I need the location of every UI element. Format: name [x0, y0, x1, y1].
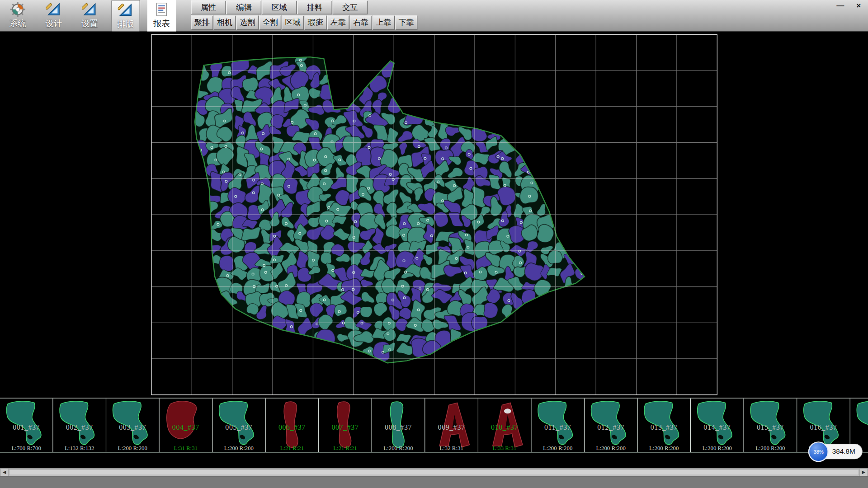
piece-thumbnail[interactable]: 004_#37L:31 R:31: [160, 399, 213, 452]
piece-name: 001_#37: [0, 423, 52, 432]
piece-size-label: L:200 R:200: [585, 445, 637, 450]
piece-name: 014_#37: [691, 423, 743, 432]
piece-size-label: L:132 R:132: [53, 445, 106, 450]
app-toolbar: 系统设计设置排版报表: [3, 0, 176, 32]
menu-select-cut-button[interactable]: 选割: [236, 15, 259, 30]
window-controls: — ×: [835, 1, 863, 10]
menu-region-button[interactable]: 区域: [262, 0, 297, 14]
piece-name: 011_#37: [532, 423, 584, 432]
minimize-button[interactable]: —: [835, 1, 845, 10]
piece-name: 003_#37: [106, 423, 159, 432]
gear-icon: [10, 1, 25, 18]
menu-edit-button[interactable]: 编辑: [226, 0, 261, 14]
piece-size-label: L:21 R:21: [266, 445, 318, 450]
piece-thumbnail[interactable]: 015_#37L:200 R:200: [744, 399, 797, 452]
progress-indicator: 38%: [808, 441, 829, 462]
piece-name: 008_#37: [372, 423, 425, 432]
app-tab-layout[interactable]: 排版: [111, 0, 140, 32]
menu-camera-button[interactable]: 相机: [214, 15, 236, 30]
memory-value: 384.8M: [832, 448, 855, 455]
close-button[interactable]: ×: [854, 1, 863, 10]
piece-thumbnail[interactable]: 006_#37L:21 R:21: [266, 399, 319, 452]
piece-name: 006_#37: [266, 423, 318, 432]
piece-size-label: L:200 R:200: [638, 445, 690, 450]
piece-name: 009_#37: [425, 423, 477, 432]
piece-name: 005_#37: [212, 423, 265, 432]
piece-name: 012_#37: [585, 423, 637, 432]
app-tab-settings[interactable]: 设置: [75, 0, 104, 32]
piece-size-label: L:200 R:200: [744, 445, 797, 450]
piece-size-label: L:700 R:700: [0, 445, 52, 450]
app-tab-label: 排版: [118, 19, 134, 29]
app-tab-report[interactable]: 报表: [147, 0, 176, 32]
menu-align-top-button[interactable]: 上靠: [373, 15, 395, 30]
scrollbar-thumb[interactable]: [9, 469, 859, 475]
scroll-right-button[interactable]: ▶: [859, 469, 868, 476]
piece-size-label: L:32 R:31: [425, 445, 477, 450]
menu-row-primary: 属性编辑区域排料交互: [191, 0, 418, 14]
set-square-icon: [46, 1, 61, 18]
piece-thumbnail[interactable]: 008_#37L:200 R:200: [372, 399, 425, 452]
piece-size-label: L:200 R:200: [212, 445, 265, 450]
app-tab-label: 系统: [9, 18, 26, 28]
menu-align-bottom-button[interactable]: 下靠: [395, 15, 417, 30]
piece-size-label: L:200 R:200: [372, 445, 425, 450]
menu-align-right-button[interactable]: 右靠: [350, 15, 372, 30]
menu-bars: 属性编辑区域排料交互 聚排相机选割全割区域瑕疵左靠右靠上靠下靠: [191, 0, 418, 30]
piece-name: 007_#37: [319, 423, 371, 432]
menu-cut-all-button[interactable]: 全割: [259, 15, 281, 30]
piece-thumbnail[interactable]: 009_#37L:32 R:31: [425, 399, 478, 452]
piece-name: 004_#37: [160, 423, 212, 432]
app-tab-design[interactable]: 设计: [39, 0, 68, 32]
set-square-icon: [118, 2, 133, 19]
piece-thumbnail[interactable]: 003_#37L:200 R:200: [106, 399, 160, 452]
report-icon: [154, 1, 169, 18]
piece-name: 010_#37: [478, 423, 531, 432]
piece-name: 015_#37: [744, 423, 797, 432]
set-square-icon: [82, 1, 97, 18]
piece-thumbnail[interactable]: 010_#37L:33 R:31: [478, 399, 532, 452]
menu-region-button[interactable]: 区域: [282, 15, 304, 30]
app-tab-label: 报表: [153, 18, 170, 28]
app-tab-label: 设置: [81, 18, 98, 28]
menu-align-left-button[interactable]: 左靠: [327, 15, 349, 30]
piece-thumbnail[interactable]: 007_#37L:21 R:21: [319, 399, 372, 452]
piece-size-label: L:21 R:21: [319, 445, 371, 450]
piece-thumbnail[interactable]: 014_#37L:200 R:200: [691, 399, 744, 452]
menu-properties-button[interactable]: 属性: [191, 0, 226, 14]
piece-size-label: L:200 R:200: [532, 445, 584, 450]
piece-thumbnail[interactable]: 013_#37L:200 R:200: [638, 399, 691, 452]
piece-name: 013_#37: [638, 423, 690, 432]
piece-name: 016_#37: [797, 423, 849, 432]
nesting-canvas-svg: [0, 32, 868, 398]
menu-defect-button[interactable]: 瑕疵: [304, 15, 326, 30]
titlebar: 系统设计设置排版报表 属性编辑区域排料交互 聚排相机选割全割区域瑕疵左靠右靠上靠…: [0, 0, 868, 32]
piece-thumbnail[interactable]: 012_#37L:200 R:200: [585, 399, 638, 452]
app-tab-label: 设计: [45, 18, 62, 28]
menu-nesting-button[interactable]: 排料: [297, 0, 332, 14]
piece-name: 002_#37: [53, 423, 106, 432]
app-tab-system[interactable]: 系统: [3, 0, 32, 32]
horizontal-scrollbar[interactable]: ◀ ▶: [0, 468, 868, 476]
menu-row-secondary: 聚排相机选割全割区域瑕疵左靠右靠上靠下靠: [191, 15, 418, 30]
piece-thumbnail[interactable]: 001_#37L:700 R:700: [0, 399, 53, 452]
piece-size-label: L:33 R:31: [478, 445, 531, 450]
nesting-canvas[interactable]: [0, 32, 868, 398]
scroll-left-button[interactable]: ◀: [0, 469, 9, 476]
piece-size-label: L:200 R:200: [106, 445, 159, 450]
bottom-status-bar: [0, 476, 868, 488]
menu-cluster-nest-button[interactable]: 聚排: [191, 15, 213, 30]
progress-percent: 38%: [814, 449, 824, 455]
app-window: 系统设计设置排版报表 属性编辑区域排料交互 聚排相机选割全割区域瑕疵左靠右靠上靠…: [0, 0, 868, 488]
piece-thumbnail[interactable]: 005_#37L:200 R:200: [212, 399, 266, 452]
piece-size-label: L:31 R:31: [160, 445, 212, 450]
memory-status-pill: 38% 384.8M: [810, 444, 863, 459]
menu-interactive-button[interactable]: 交互: [333, 0, 368, 14]
piece-thumbnail[interactable]: 011_#37L:200 R:200: [532, 399, 585, 452]
piece-size-label: L:200 R:200: [691, 445, 743, 450]
piece-thumbnail[interactable]: 002_#37L:132 R:132: [53, 399, 107, 452]
piece-thumbnail-strip: 001_#37L:700 R:700002_#37L:132 R:132003_…: [0, 398, 868, 452]
